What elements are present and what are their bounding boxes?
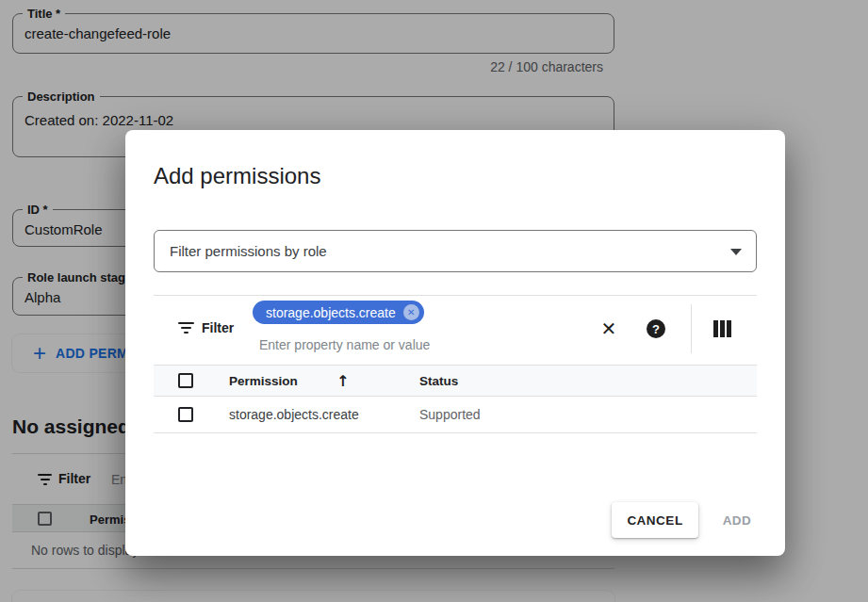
sort-ascending-icon[interactable]: ↑ — [336, 372, 349, 390]
create-role-page: Title * create-changefeed-role 22 / 100 … — [0, 0, 868, 602]
role-dropdown-placeholder: Filter permissions by role — [170, 243, 327, 259]
table-row[interactable]: storage.objects.create Supported — [154, 397, 757, 433]
permission-column-header[interactable]: Permission — [229, 374, 298, 388]
dialog-title: Add permissions — [154, 163, 320, 189]
dialog-filter-label: Filter — [202, 320, 234, 335]
status-column-header[interactable]: Status — [419, 374, 458, 388]
column-display-options-icon[interactable] — [713, 320, 731, 337]
cancel-button[interactable]: CANCEL — [612, 502, 698, 538]
dialog-filter-input[interactable]: Enter property name or value — [259, 337, 430, 352]
toolbar-top-divider — [154, 295, 757, 296]
filter-icon — [178, 322, 194, 334]
dialog-table-header: Permission ↑ Status — [154, 365, 757, 397]
chip-remove-icon[interactable]: ✕ — [403, 304, 419, 320]
chevron-down-icon — [730, 249, 742, 255]
filter-chip-text: storage.objects.create — [266, 305, 396, 320]
row-status-cell: Supported — [419, 407, 481, 422]
row-permission-cell: storage.objects.create — [229, 407, 359, 422]
help-icon[interactable]: ? — [647, 319, 665, 338]
clear-filters-icon[interactable]: ✕ — [597, 317, 621, 341]
add-permissions-dialog: Add permissions Filter permissions by ro… — [125, 130, 785, 556]
add-button[interactable]: ADD — [709, 502, 765, 538]
select-all-checkbox[interactable] — [178, 373, 193, 388]
filter-chip-storage-objects-create[interactable]: storage.objects.create ✕ — [253, 301, 424, 324]
filter-permissions-by-role-dropdown[interactable]: Filter permissions by role — [154, 230, 757, 272]
row-checkbox[interactable] — [178, 407, 193, 422]
toolbar-vertical-divider — [691, 304, 692, 353]
